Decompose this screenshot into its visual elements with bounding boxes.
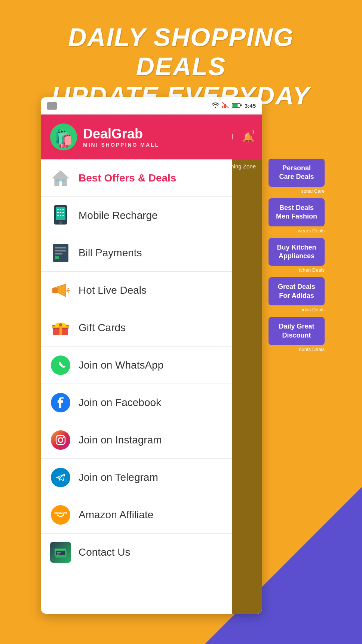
svg-point-38 bbox=[59, 323, 62, 326]
menu-label-bill-payments: Bill Payments bbox=[79, 247, 142, 259]
menu-label-best-offers: Best Offers & Deals bbox=[79, 172, 176, 184]
bell-icon-wrap: 🔔 7 bbox=[242, 131, 254, 143]
menu-label-join-telegram: Join on Telegram bbox=[79, 471, 158, 483]
contact-us-icon bbox=[50, 542, 71, 563]
svg-point-13 bbox=[60, 209, 61, 210]
wifi-icon bbox=[212, 102, 219, 109]
menu-label-join-whatsapp: Join on WhatsApp bbox=[79, 359, 163, 371]
navigation-drawer: 🛍️ DG DealGrab MINI SHOPPING MALL Be bbox=[41, 115, 232, 614]
drawer-header: 🛍️ DG DealGrab MINI SHOPPING MALL bbox=[41, 115, 232, 159]
menu-label-hot-live-deals: Hot Live Deals bbox=[79, 284, 147, 296]
menu-item-best-offers[interactable]: Best Offers & Deals bbox=[41, 159, 232, 197]
svg-rect-25 bbox=[55, 253, 62, 254]
menu-item-contact-us[interactable]: Contact Us bbox=[41, 534, 232, 571]
whatsapp-icon bbox=[50, 355, 71, 376]
facebook-icon bbox=[50, 392, 71, 413]
menu-item-amazon-affiliate[interactable]: amazon Amazon Affiliate bbox=[41, 496, 232, 534]
menu-label-contact-us: Contact Us bbox=[79, 546, 131, 558]
svg-line-31 bbox=[67, 292, 69, 292]
menu-item-bill-payments[interactable]: Bill Payments bbox=[41, 234, 232, 272]
menu-item-join-telegram[interactable]: Join on Telegram bbox=[41, 459, 232, 496]
amazon-affiliate-icon: amazon bbox=[50, 504, 71, 525]
svg-rect-5 bbox=[232, 104, 237, 107]
status-bar: 3:45 bbox=[41, 97, 262, 115]
menu-label-join-facebook: Join on Facebook bbox=[79, 397, 161, 409]
menu-item-hot-live-deals[interactable]: Hot Live Deals bbox=[41, 272, 232, 309]
megaphone-icon bbox=[50, 280, 71, 301]
menu-item-join-whatsapp[interactable]: Join on WhatsApp bbox=[41, 347, 232, 384]
svg-point-21 bbox=[59, 221, 62, 224]
deal-card-2[interactable]: Best DealsMen Fashion wears Deals bbox=[252, 198, 325, 235]
svg-text:amazon: amazon bbox=[54, 511, 67, 515]
menu-label-join-instagram: Join on Instagram bbox=[79, 434, 162, 446]
svg-point-20 bbox=[62, 215, 64, 216]
brand-name: DealGrab MINI SHOPPING MALL bbox=[83, 126, 159, 148]
header-line1: DAILY SHOPPING DEALS bbox=[22, 22, 340, 81]
signal-icon bbox=[222, 102, 229, 109]
battery-icon bbox=[232, 103, 242, 109]
deal-card-3[interactable]: Buy KitchenAppliances tchen Deals bbox=[252, 238, 325, 275]
svg-point-19 bbox=[60, 215, 61, 216]
menu-label-gift-cards: Gift Cards bbox=[79, 322, 126, 334]
status-bar-left bbox=[47, 102, 57, 110]
status-time: 3:45 bbox=[245, 103, 256, 109]
gift-cards-icon bbox=[50, 317, 71, 338]
deal-cards-overlay: PersonalCare Deals sonal Care Best Deals… bbox=[252, 159, 325, 357]
deal-card-1[interactable]: PersonalCare Deals sonal Care bbox=[252, 159, 325, 195]
svg-point-16 bbox=[60, 212, 61, 213]
menu-item-join-instagram[interactable]: Join on Instagram bbox=[41, 421, 232, 459]
svg-rect-48 bbox=[57, 552, 61, 553]
svg-rect-24 bbox=[55, 250, 66, 251]
svg-point-14 bbox=[62, 209, 64, 210]
menu-item-mobile-recharge[interactable]: Mobile Recharge bbox=[41, 197, 232, 234]
svg-rect-1 bbox=[224, 105, 225, 108]
svg-point-17 bbox=[62, 212, 64, 213]
menu-label-mobile-recharge: Mobile Recharge bbox=[79, 210, 158, 222]
svg-rect-0 bbox=[222, 106, 223, 108]
svg-rect-49 bbox=[57, 554, 59, 555]
phone-mockup: 3:45 ⇧ ✉ 🔔 7 ning Zone 🛍️ DG bbox=[41, 97, 262, 614]
svg-rect-9 bbox=[62, 179, 65, 182]
brand-name-sub: MINI SHOPPING MALL bbox=[83, 142, 159, 148]
svg-line-29 bbox=[67, 289, 69, 289]
brand-name-main: DealGrab bbox=[83, 126, 159, 142]
deal-card-4[interactable]: Great DealsFor Adidas idas Deals bbox=[252, 277, 325, 314]
photo-icon bbox=[47, 102, 57, 110]
notification-badge: 7 bbox=[249, 128, 257, 137]
instagram-icon bbox=[50, 430, 71, 451]
svg-point-12 bbox=[57, 209, 59, 210]
bill-payments-icon bbox=[50, 242, 71, 263]
svg-point-40 bbox=[58, 438, 63, 442]
menu-item-join-facebook[interactable]: Join on Facebook bbox=[41, 384, 232, 421]
telegram-icon bbox=[50, 467, 71, 488]
svg-point-15 bbox=[57, 212, 59, 213]
svg-rect-26 bbox=[55, 256, 59, 259]
deal-card-5[interactable]: Daily GreatDiscount ounts Deals bbox=[252, 317, 325, 354]
svg-rect-8 bbox=[56, 179, 59, 182]
svg-point-18 bbox=[57, 215, 59, 216]
app-logo: 🛍️ DG bbox=[50, 123, 77, 150]
svg-rect-28 bbox=[52, 288, 58, 293]
menu-list: Best Offers & Deals bbox=[41, 159, 232, 571]
status-bar-right: 3:45 bbox=[212, 102, 256, 109]
svg-rect-23 bbox=[55, 247, 66, 248]
svg-point-41 bbox=[63, 436, 64, 438]
menu-item-gift-cards[interactable]: Gift Cards bbox=[41, 309, 232, 347]
mobile-recharge-icon bbox=[50, 205, 71, 226]
svg-marker-7 bbox=[52, 171, 69, 186]
svg-rect-6 bbox=[240, 104, 242, 106]
house-icon bbox=[50, 168, 71, 189]
menu-label-amazon-affiliate: Amazon Affiliate bbox=[79, 509, 153, 521]
